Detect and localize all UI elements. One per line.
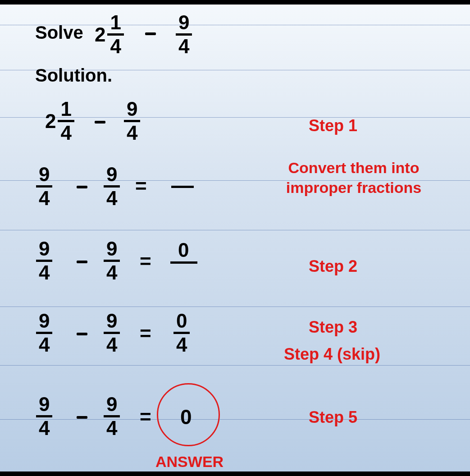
fraction: 9 4 [124, 99, 140, 143]
denominator: 4 [124, 123, 140, 143]
denominator: 4 [36, 418, 52, 438]
step4-result: 0 4 [173, 311, 190, 355]
equals-sign: = [135, 175, 147, 197]
whole-number: 2 [45, 111, 56, 131]
numerator: 9 [124, 99, 140, 119]
denominator: 4 [36, 335, 52, 355]
numerator: 9 [36, 165, 52, 184]
problem-mixed-fraction: 2 1 4 [95, 13, 124, 56]
step3-right: 9 4 [104, 239, 120, 283]
rule-line [0, 365, 470, 366]
denominator: 4 [104, 418, 120, 438]
numerator: 0 [173, 311, 190, 331]
step1-right: 9 4 [124, 99, 140, 143]
denominator: 4 [58, 123, 74, 143]
answer-circle [157, 383, 220, 446]
fraction: 1 4 [58, 99, 74, 143]
numerator: 9 [104, 239, 120, 259]
fraction: 9 4 [36, 394, 52, 438]
numerator: 1 [58, 99, 74, 119]
step4-left: 9 4 [36, 311, 52, 355]
fraction: 9 4 [176, 13, 192, 56]
blank-bar [171, 186, 194, 188]
step2-right: 9 4 [104, 165, 120, 208]
numerator: 9 [104, 394, 120, 414]
equals-sign: = [140, 322, 151, 345]
rule-line [0, 230, 470, 230]
minus-sign [77, 261, 87, 263]
result-bar [170, 261, 197, 264]
solve-label: Solve [35, 23, 83, 43]
minus-sign [77, 416, 87, 419]
numerator: 9 [36, 394, 52, 414]
minus-sign [77, 333, 87, 335]
denominator: 4 [104, 188, 120, 208]
numerator: 9 [36, 311, 52, 331]
step3-result-num: 0 [178, 239, 189, 261]
step5-label: Step 5 [309, 408, 357, 427]
numerator: 9 [176, 13, 192, 32]
rule-line [0, 419, 470, 420]
fraction: 9 4 [36, 311, 52, 355]
rule-line [0, 307, 470, 307]
denominator: 4 [176, 37, 192, 56]
denominator: 4 [36, 188, 52, 208]
denominator: 4 [104, 335, 120, 355]
denominator: 4 [173, 335, 190, 355]
equals-sign: = [140, 250, 151, 273]
step1-label: Step 1 [309, 116, 357, 135]
numerator: 9 [104, 165, 120, 184]
problem-subtrahend: 9 4 [176, 13, 192, 56]
fraction: 9 4 [36, 239, 52, 283]
lined-paper: Solve 2 1 4 9 4 Solution. 2 1 4 9 4 [0, 5, 470, 471]
equals-sign: = [140, 406, 151, 428]
fraction: 0 4 [173, 311, 190, 355]
step5-left: 9 4 [36, 394, 52, 438]
denominator: 4 [107, 37, 123, 56]
step4-skip-label: Step 4 (skip) [284, 345, 380, 364]
minus-sign [145, 32, 156, 35]
fraction: 9 4 [104, 239, 120, 283]
fraction: 9 4 [104, 394, 120, 438]
step4-right: 9 4 [104, 311, 120, 355]
numerator: 1 [107, 13, 123, 32]
step3-left: 9 4 [36, 239, 52, 283]
step1-left: 2 1 4 [45, 99, 74, 143]
denominator: 4 [104, 263, 120, 283]
numerator: 9 [36, 239, 52, 259]
convert-note: Convert them into improper fractions [257, 158, 451, 197]
numerator: 9 [104, 311, 120, 331]
fraction: 9 4 [104, 311, 120, 355]
step5-right: 9 4 [104, 394, 120, 438]
answer-label: ANSWER [155, 453, 224, 471]
whole-number: 2 [95, 25, 105, 45]
denominator: 4 [36, 263, 52, 283]
minus-sign [77, 186, 87, 188]
solution-label: Solution. [35, 65, 112, 86]
fraction: 1 4 [107, 13, 123, 56]
fraction: 9 4 [36, 165, 52, 208]
fraction: 9 4 [104, 165, 120, 208]
step2-left: 9 4 [36, 165, 52, 208]
step2-label: Step 2 [309, 257, 357, 276]
step3-label: Step 3 [309, 318, 357, 337]
minus-sign [95, 121, 105, 124]
